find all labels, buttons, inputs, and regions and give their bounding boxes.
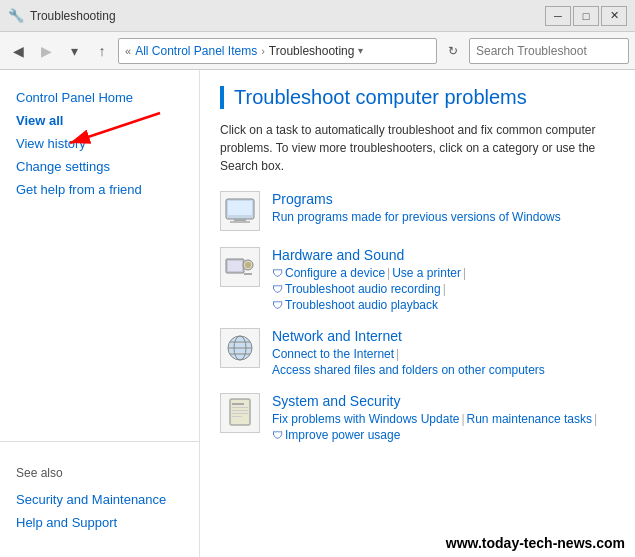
shield-3: 🛡 (272, 299, 283, 311)
system-content: System and Security Fix problems with Wi… (272, 393, 615, 442)
category-network: Network and Internet Connect to the Inte… (220, 328, 615, 377)
sidebar-security[interactable]: Security and Maintenance (0, 488, 199, 511)
sep-6: | (594, 412, 597, 426)
sep-4: | (396, 347, 399, 361)
programs-links: Run programs made for previous versions … (272, 210, 615, 224)
system-power[interactable]: Improve power usage (285, 428, 400, 442)
system-links-row2: 🛡 Improve power usage (272, 428, 615, 442)
content-area: Troubleshoot computer problems Click on … (200, 70, 635, 557)
hardware-configure[interactable]: Configure a device (285, 266, 385, 280)
programs-link-1[interactable]: Run programs made for previous versions … (272, 210, 561, 224)
shield-2: 🛡 (272, 283, 283, 295)
sidebar-divider (0, 441, 199, 442)
system-maintenance[interactable]: Run maintenance tasks (467, 412, 592, 426)
hardware-icon (220, 247, 260, 287)
titlebar: 🔧 Troubleshooting ─ □ ✕ (0, 0, 635, 32)
hardware-audio-play[interactable]: Troubleshoot audio playback (285, 298, 438, 312)
programs-title[interactable]: Programs (272, 191, 615, 207)
sep-5: | (461, 412, 464, 426)
addressbar: ◀ ▶ ▾ ↑ « All Control Panel Items › Trou… (0, 32, 635, 70)
network-links-row2: Access shared files and folders on other… (272, 363, 615, 377)
refresh-button[interactable]: ↻ (441, 39, 465, 63)
network-links-row1: Connect to the Internet | (272, 347, 615, 361)
svg-rect-7 (228, 261, 242, 271)
svg-rect-3 (228, 201, 252, 215)
svg-rect-21 (232, 416, 242, 417)
category-programs: Programs Run programs made for previous … (220, 191, 615, 231)
page-title: Troubleshoot computer problems (234, 86, 615, 109)
hardware-content: Hardware and Sound 🛡 Configure a device … (272, 247, 615, 312)
watermark: www.today-tech-news.com (446, 535, 625, 551)
svg-rect-16 (230, 399, 250, 425)
sep-3: | (443, 282, 446, 296)
breadcrumb-home[interactable]: All Control Panel Items (135, 44, 257, 58)
back-button[interactable]: ◀ (6, 39, 30, 63)
sidebar: Control Panel Home View all View history… (0, 70, 200, 557)
system-icon-svg (224, 397, 256, 429)
hardware-links-row3: 🛡 Troubleshoot audio playback (272, 298, 615, 312)
hardware-links-row2: 🛡 Troubleshoot audio recording | (272, 282, 615, 296)
window-controls: ─ □ ✕ (545, 6, 627, 26)
sidebar-view-history[interactable]: View history (0, 132, 199, 155)
window-title: Troubleshooting (30, 9, 545, 23)
app-icon: 🔧 (8, 8, 24, 24)
svg-rect-19 (232, 410, 248, 411)
sidebar-get-help[interactable]: Get help from a friend (0, 178, 199, 201)
programs-icon-svg (224, 195, 256, 227)
sidebar-change-settings[interactable]: Change settings (0, 155, 199, 178)
svg-point-9 (245, 262, 251, 268)
search-box: 🔍 (469, 38, 629, 64)
hardware-links-row1: 🛡 Configure a device | Use a printer | (272, 266, 615, 280)
svg-rect-17 (232, 403, 244, 405)
system-links-row1: Fix problems with Windows Update | Run m… (272, 412, 615, 426)
sep-1: | (387, 266, 390, 280)
address-bar-box[interactable]: « All Control Panel Items › Troubleshoot… (118, 38, 437, 64)
category-hardware: Hardware and Sound 🛡 Configure a device … (220, 247, 615, 312)
svg-rect-5 (230, 221, 250, 223)
sidebar-view-all[interactable]: View all (0, 109, 199, 132)
address-dropdown-btn[interactable]: ▾ (358, 45, 363, 56)
hardware-icon-svg (224, 251, 256, 283)
dropdown-button[interactable]: ▾ (62, 39, 86, 63)
network-icon (220, 328, 260, 368)
breadcrumb-icon: « (125, 45, 131, 57)
sidebar-see-also-section: See also Security and Maintenance Help a… (0, 441, 199, 534)
network-shared[interactable]: Access shared files and folders on other… (272, 363, 545, 377)
programs-content: Programs Run programs made for previous … (272, 191, 615, 224)
sep-2: | (463, 266, 466, 280)
category-system: System and Security Fix problems with Wi… (220, 393, 615, 442)
search-input[interactable] (470, 44, 629, 58)
forward-button[interactable]: ▶ (34, 39, 58, 63)
content-header: Troubleshoot computer problems (220, 86, 615, 109)
sidebar-control-panel-home[interactable]: Control Panel Home (0, 86, 199, 109)
programs-icon (220, 191, 260, 231)
see-also-label: See also (0, 450, 199, 488)
shield-4: 🛡 (272, 429, 283, 441)
svg-rect-10 (244, 273, 252, 275)
breadcrumb-current: Troubleshooting (269, 44, 355, 58)
svg-rect-20 (232, 413, 248, 414)
system-icon (220, 393, 260, 433)
main-container: Control Panel Home View all View history… (0, 70, 635, 557)
hardware-printer[interactable]: Use a printer (392, 266, 461, 280)
shield-1: 🛡 (272, 267, 283, 279)
hardware-audio-rec[interactable]: Troubleshoot audio recording (285, 282, 441, 296)
page-description: Click on a task to automatically trouble… (220, 121, 600, 175)
maximize-button[interactable]: □ (573, 6, 599, 26)
sidebar-help[interactable]: Help and Support (0, 511, 199, 534)
system-title[interactable]: System and Security (272, 393, 615, 409)
minimize-button[interactable]: ─ (545, 6, 571, 26)
network-icon-svg (224, 332, 256, 364)
system-windows-update[interactable]: Fix problems with Windows Update (272, 412, 459, 426)
breadcrumb-sep: › (261, 45, 265, 57)
svg-rect-18 (232, 407, 248, 408)
close-button[interactable]: ✕ (601, 6, 627, 26)
network-connect[interactable]: Connect to the Internet (272, 347, 394, 361)
network-content: Network and Internet Connect to the Inte… (272, 328, 615, 377)
svg-rect-4 (234, 219, 246, 221)
up-button[interactable]: ↑ (90, 39, 114, 63)
network-title[interactable]: Network and Internet (272, 328, 615, 344)
hardware-title[interactable]: Hardware and Sound (272, 247, 615, 263)
